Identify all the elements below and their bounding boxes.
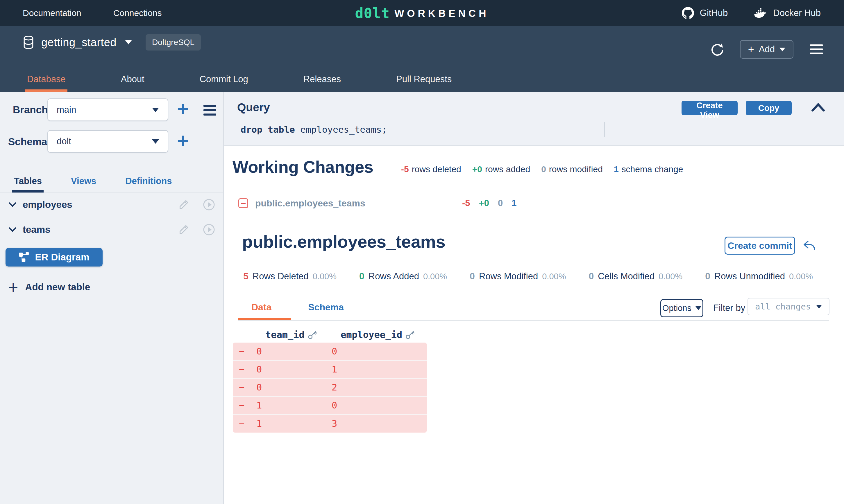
tab-schema[interactable]: Schema [308, 302, 344, 313]
schema-select[interactable]: dolt [47, 130, 168, 153]
deleted-count: -5 [462, 198, 470, 209]
changed-table-name[interactable]: public.employees_teams [255, 198, 365, 209]
changed-table-row[interactable]: − public.employees_teams -5 +0 0 1 [238, 196, 828, 210]
tab-views[interactable]: Views [71, 176, 96, 193]
nav-connections[interactable]: Connections [113, 8, 162, 18]
add-caret-icon [779, 48, 785, 51]
table-name[interactable]: teams [23, 224, 50, 235]
chevron-down-icon[interactable] [8, 227, 17, 233]
table-row[interactable]: − 0 0 [233, 343, 427, 361]
column-header-employee-id: employee_id [341, 329, 415, 340]
database-caret-icon[interactable] [125, 40, 132, 44]
dockerhub-link[interactable]: Docker Hub [754, 7, 821, 19]
text-cursor [604, 122, 605, 137]
edit-table-icon[interactable] [178, 224, 189, 235]
rows-deleted-label: rows deleted [412, 164, 461, 174]
stat-rows-unmodified-pct: 0.00% [789, 272, 813, 281]
tab-pull-requests[interactable]: Pull Requests [396, 66, 452, 92]
database-header: getting_started DoltgreSQL + Add Databas… [0, 26, 844, 92]
schema-caret-icon [152, 139, 159, 144]
plus-icon: + [748, 44, 754, 55]
diff-tabs: Data Schema [252, 302, 344, 313]
stat-rows-deleted-label: Rows Deleted [253, 271, 309, 282]
branch-select[interactable]: main [47, 98, 168, 121]
tab-tables[interactable]: Tables [14, 176, 42, 193]
stat-rows-modified-pct: 0.00% [542, 272, 566, 281]
chevron-down-icon[interactable] [8, 202, 17, 208]
run-table-icon[interactable] [202, 198, 216, 211]
add-branch-icon[interactable]: + [176, 101, 190, 117]
column-label: employee_id [341, 329, 402, 340]
top-nav: Documentation Connections [23, 8, 162, 18]
deleted-row-marker: − [239, 400, 256, 411]
dolt-workbench-logo[interactable]: d0lt WORKBENCH [355, 6, 489, 20]
stat-rows-modified-value: 0 [470, 271, 475, 282]
table-item-employees[interactable]: employees [0, 195, 223, 215]
branch-caret-icon [152, 108, 159, 112]
table-name[interactable]: employees [23, 199, 72, 210]
add-button-label: Add [759, 44, 775, 55]
github-link[interactable]: GitHub [682, 7, 728, 19]
run-table-icon[interactable] [202, 223, 216, 236]
cell-employee-id: 0 [332, 346, 404, 357]
schema-label: Schema [8, 136, 47, 147]
menu-icon[interactable] [810, 44, 823, 54]
edit-table-icon[interactable] [178, 199, 189, 211]
database-name[interactable]: getting_started [41, 36, 117, 49]
options-caret-icon [695, 306, 701, 310]
diff-data-table: − 0 0 − 0 1 − 0 2 − 1 0 − 1 3 [233, 343, 427, 433]
options-button[interactable]: Options [660, 299, 703, 317]
table-row[interactable]: − 1 3 [233, 415, 427, 433]
tab-database[interactable]: Database [27, 66, 66, 92]
sql-rest: employees_teams; [295, 124, 387, 135]
add-new-table-button[interactable]: + Add new table [7, 281, 90, 294]
copy-button[interactable]: Copy [746, 101, 792, 115]
branch-list-icon[interactable] [204, 105, 216, 115]
add-schema-icon[interactable]: + [176, 132, 190, 148]
primary-key-icon [405, 330, 415, 340]
column-label: team_id [265, 329, 305, 340]
collapse-query-icon[interactable] [811, 102, 825, 113]
tab-about[interactable]: About [121, 66, 144, 92]
diff-stats-row: 5Rows Deleted0.00% 0Rows Added0.00% 0Row… [243, 271, 813, 282]
schema-count: 1 [512, 198, 516, 209]
stat-rows-added-pct: 0.00% [423, 272, 447, 281]
table-row[interactable]: − 0 1 [233, 361, 427, 379]
filter-select[interactable]: all changes [747, 298, 829, 315]
stat-rows-modified-label: Rows Modified [479, 271, 538, 282]
nav-documentation[interactable]: Documentation [23, 8, 81, 18]
sql-query-text[interactable]: drop table employees_teams; [241, 124, 387, 135]
create-view-button[interactable]: Create View [682, 101, 738, 115]
tab-data[interactable]: Data [252, 302, 272, 313]
sql-keyword: drop table [241, 124, 295, 135]
er-diagram-button[interactable]: ER Diagram [5, 248, 103, 267]
table-row[interactable]: − 0 2 [233, 379, 427, 397]
cell-employee-id: 0 [332, 400, 404, 411]
tab-definitions[interactable]: Definitions [125, 176, 172, 193]
refresh-icon[interactable] [710, 42, 724, 56]
create-commit-button[interactable]: Create commit [725, 237, 795, 255]
dolt-logo-text: d0lt [355, 6, 390, 20]
rows-added-label: rows added [485, 164, 530, 174]
deleted-row-marker: − [239, 346, 256, 357]
query-title: Query [237, 101, 270, 114]
primary-key-icon [308, 330, 317, 340]
filter-by-label: Filter by [713, 303, 745, 313]
cell-employee-id: 3 [332, 418, 404, 429]
tab-commit-log[interactable]: Commit Log [200, 66, 248, 92]
database-icon [23, 36, 34, 49]
column-header-team-id: team_id [265, 329, 317, 340]
cell-team-id: 0 [256, 382, 332, 393]
table-row[interactable]: − 1 0 [233, 397, 427, 415]
query-panel: Query Create View Copy drop table employ… [224, 92, 844, 146]
cell-team-id: 1 [256, 418, 332, 429]
stat-cells-modified-label: Cells Modified [598, 271, 655, 282]
schema-value: dolt [57, 136, 71, 147]
undo-icon[interactable] [803, 239, 816, 251]
tabs-divider [238, 320, 829, 321]
cell-employee-id: 2 [332, 382, 404, 393]
add-button[interactable]: + Add [740, 40, 793, 59]
table-item-teams[interactable]: teams [0, 219, 223, 240]
stat-rows-deleted-pct: 0.00% [313, 272, 337, 281]
tab-releases[interactable]: Releases [304, 66, 341, 92]
